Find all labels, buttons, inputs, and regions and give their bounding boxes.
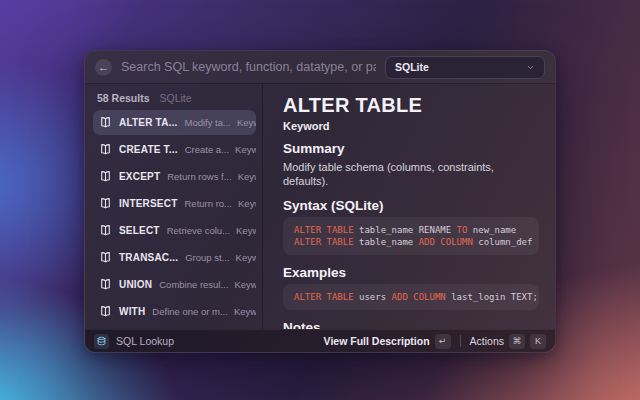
results-header: 58 Results SQLite xyxy=(93,92,256,110)
view-full-description-button[interactable]: View Full Description ↵ xyxy=(324,334,451,349)
result-item-except[interactable]: EXCEPT Return rows f... Keywo... xyxy=(93,164,256,189)
result-title: WITH xyxy=(119,306,145,317)
book-open-icon xyxy=(99,224,112,237)
result-item-with[interactable]: WITH Define one or m... Keywo... xyxy=(93,299,256,324)
footer-divider xyxy=(460,335,461,347)
example-code-block: ALTER TABLE users ADD COLUMN last_login … xyxy=(283,284,539,310)
examples-heading: Examples xyxy=(283,265,539,280)
summary-heading: Summary xyxy=(283,141,539,156)
syntax-code-block: ALTER TABLE table_name RENAME TO new_nam… xyxy=(283,217,539,255)
result-title: TRANSAC... xyxy=(119,252,178,263)
view-full-description-label: View Full Description xyxy=(324,335,430,347)
result-subtitle: Combine resul... xyxy=(159,279,228,290)
arrow-left-icon: ← xyxy=(98,62,109,73)
result-subtitle: Return ro... xyxy=(184,198,232,209)
result-subtitle: Create a... xyxy=(185,144,229,155)
result-subtitle: Modify ta... xyxy=(185,117,231,128)
result-title: CREATE T... xyxy=(119,144,178,155)
results-count: 58 Results xyxy=(97,92,150,104)
k-key-badge: K xyxy=(530,334,546,349)
detail-title: ALTER TABLE xyxy=(283,94,539,117)
engine-dropdown-label: SQLite xyxy=(395,61,429,73)
result-tag: Keywo... xyxy=(231,117,256,128)
chevron-down-icon xyxy=(526,63,535,72)
result-tag: Keywo... xyxy=(228,306,256,317)
result-title: SELECT xyxy=(119,225,160,236)
result-item-alter-table[interactable]: ALTER TA... Modify ta... Keywo... xyxy=(93,110,256,135)
result-subtitle: Group st... xyxy=(185,252,229,263)
detail-kind-badge: Keyword xyxy=(283,120,539,133)
search-input[interactable] xyxy=(121,60,376,74)
result-list[interactable]: ALTER TA... Modify ta... Keywo... CREATE… xyxy=(93,110,256,329)
result-tag: Keywo... xyxy=(229,144,256,155)
result-tag: Keywo... xyxy=(230,225,256,236)
result-tag: Keywo... xyxy=(230,252,256,263)
result-item-select[interactable]: SELECT Retrieve colu... Keywo... xyxy=(93,218,256,243)
enter-key-badge: ↵ xyxy=(435,334,451,349)
result-item-union[interactable]: UNION Combine resul... Keywo... xyxy=(93,272,256,297)
syntax-heading: Syntax (SQLite) xyxy=(283,198,539,213)
results-panel: 58 Results SQLite ALTER TA... Modify ta.… xyxy=(85,84,263,329)
result-tag: Keywo... xyxy=(232,198,256,209)
book-open-icon xyxy=(99,197,112,210)
actions-button[interactable]: Actions ⌘ K xyxy=(470,334,546,349)
book-open-icon xyxy=(99,305,112,318)
book-open-icon xyxy=(99,143,112,156)
content-area: 58 Results SQLite ALTER TA... Modify ta.… xyxy=(85,84,555,329)
book-open-icon xyxy=(99,116,112,129)
sql-lookup-window: ← SQLite 58 Results SQLite ALTER TA... M… xyxy=(84,50,556,353)
app-chip[interactable]: SQL Lookup xyxy=(94,334,174,349)
notes-heading: Notes xyxy=(283,320,539,329)
result-tag: Keywo... xyxy=(232,171,256,182)
result-item-intersect[interactable]: INTERSECT Return ro... Keywo... xyxy=(93,191,256,216)
database-icon xyxy=(94,334,109,349)
result-title: ALTER TA... xyxy=(119,117,178,128)
result-subtitle: Define one or m... xyxy=(152,306,228,317)
result-subtitle: Return rows f... xyxy=(167,171,231,182)
footer-actions: View Full Description ↵ Actions ⌘ K xyxy=(324,334,546,349)
result-tag: Keywo... xyxy=(228,279,256,290)
command-key-badge: ⌘ xyxy=(509,334,525,349)
search-bar: ← SQLite xyxy=(85,51,555,84)
results-scope: SQLite xyxy=(160,92,192,104)
detail-panel[interactable]: ALTER TABLE Keyword Summary Modify table… xyxy=(263,84,555,329)
back-button[interactable]: ← xyxy=(95,59,112,76)
result-title: INTERSECT xyxy=(119,198,177,209)
result-title: UNION xyxy=(119,279,152,290)
engine-dropdown[interactable]: SQLite xyxy=(385,56,545,79)
book-open-icon xyxy=(99,251,112,264)
app-name: SQL Lookup xyxy=(116,335,174,347)
result-item-transaction[interactable]: TRANSAC... Group st... Keywo... xyxy=(93,245,256,270)
actions-label: Actions xyxy=(470,335,504,347)
result-item-create-table[interactable]: CREATE T... Create a... Keywo... xyxy=(93,137,256,162)
footer-bar: SQL Lookup View Full Description ↵ Actio… xyxy=(85,329,555,352)
book-open-icon xyxy=(99,170,112,183)
result-title: EXCEPT xyxy=(119,171,160,182)
book-open-icon xyxy=(99,278,112,291)
summary-text: Modify table schema (columns, constraint… xyxy=(283,160,539,188)
result-subtitle: Retrieve colu... xyxy=(167,225,230,236)
